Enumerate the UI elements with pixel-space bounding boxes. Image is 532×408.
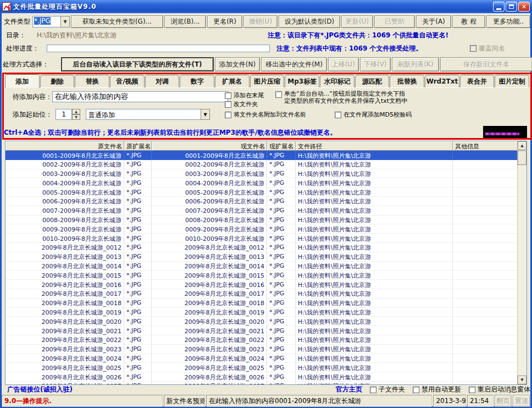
table-row[interactable]: 2009年8月北京长城游_0018*.JPG2009年8月北京长城游_0018*… bbox=[5, 299, 518, 308]
checkbox-md5-suffix[interactable]: 在文件尾添加MD5校验码 bbox=[335, 111, 412, 119]
tab-6[interactable]: 数字 bbox=[180, 75, 214, 87]
table-row[interactable]: 2009年8月北京长城游_0025*.JPG2009年8月北京长城游_0025*… bbox=[5, 363, 518, 372]
maximize-button[interactable] bbox=[506, 2, 517, 12]
column-header-new-name[interactable]: 现文件名 bbox=[152, 141, 267, 151]
tab-4[interactable]: 音/视频 bbox=[110, 75, 145, 87]
checkbox-disable-auto-update[interactable]: 禁用自动更新 bbox=[413, 385, 461, 394]
table-row[interactable]: 2009年8月北京长城游_0024*.JPG2009年8月北京长城游_0024*… bbox=[5, 354, 518, 363]
tab-15[interactable]: 图片定制 bbox=[495, 75, 529, 87]
chevron-down-icon[interactable]: ▼ bbox=[201, 109, 210, 120]
official-home-link[interactable]: 官方主页 bbox=[336, 385, 362, 394]
toolbar-button[interactable]: 设为默认类型(D) bbox=[279, 15, 340, 28]
tab-11[interactable]: 源匹配 bbox=[355, 75, 390, 87]
table-row[interactable]: 2009年8月北京长城游_0012*.JPG2009年8月北京长城游_0012*… bbox=[5, 243, 518, 252]
checkbox-subfolder[interactable]: 子文件夹 bbox=[370, 385, 405, 394]
tab-5[interactable]: 对调 bbox=[145, 75, 180, 87]
table-cell: 2009年8月北京长城游_0013 bbox=[5, 252, 124, 261]
toolbar-button[interactable]: 关于(A) bbox=[416, 15, 451, 28]
title-bar[interactable]: 文件批量处理百宝箱V9.0 ✕ bbox=[0, 0, 532, 13]
checkbox-folder-name-prefix[interactable]: 将文件夹名附加到文件名前 bbox=[225, 111, 306, 119]
table-row[interactable]: 0005-2009年8月北京长城游*.JPG0005-2009年8月北京长城游*… bbox=[5, 188, 518, 197]
table-row[interactable]: 0007-2009年8月北京长城游*.JPG0007-2009年8月北京长城游*… bbox=[5, 206, 518, 216]
table-row[interactable]: 2009年8月北京长城游_0017*.JPG2009年8月北京长城游_0017*… bbox=[5, 289, 518, 299]
add-content-input[interactable] bbox=[52, 91, 228, 102]
checkbox-change-folder[interactable]: 改文件夹 bbox=[225, 100, 258, 108]
toolbar-button[interactable]: 教 程 bbox=[452, 15, 485, 28]
column-header-new-ext[interactable]: 现扩展名 bbox=[267, 141, 296, 151]
table-row[interactable]: 0003-2009年8月北京长城游*.JPG0003-2009年8月北京长城游*… bbox=[5, 169, 518, 179]
tab-10[interactable]: 水印标记 bbox=[320, 75, 354, 87]
table-cell bbox=[453, 224, 518, 233]
table-cell: 0001-2009年8月北京长城游 bbox=[152, 151, 267, 159]
tab-2[interactable]: 删除 bbox=[40, 75, 75, 87]
table-row[interactable]: 2009年8月北京长城游_0021*.JPG2009年8月北京长城游_0021*… bbox=[5, 326, 518, 335]
toolbar-button[interactable]: 已赞助 bbox=[374, 15, 415, 28]
table-row[interactable]: 0004-2009年8月北京长城游*.JPG0004-2009年8月北京长城游*… bbox=[5, 178, 518, 188]
table-row[interactable]: 2009年8月北京长城游_0023*.JPG2009年8月北京长城游_0023*… bbox=[5, 345, 518, 354]
tab-13[interactable]: Wrd2Txt bbox=[425, 75, 459, 87]
tab-9[interactable]: Mp3标签 bbox=[285, 75, 319, 87]
ad-box[interactable] bbox=[483, 126, 527, 138]
tab-7[interactable]: 扩展名 bbox=[215, 75, 250, 87]
table-row[interactable]: 0008-2009年8月北京长城游*.JPG0008-2009年8月北京长城游*… bbox=[5, 216, 518, 225]
table-row[interactable]: 2009年8月北京长城游_0016*.JPG2009年8月北京长城游_0016*… bbox=[5, 280, 518, 289]
mode-button[interactable]: 上移(U) bbox=[328, 57, 359, 71]
table-row[interactable]: 0009-2009年8月北京长城游*.JPG0009-2009年8月北京长城游*… bbox=[5, 224, 518, 234]
mode-button[interactable]: 刷新列表(K) bbox=[392, 57, 439, 71]
status-time: 21:54 bbox=[467, 395, 494, 407]
start-position-stepper[interactable]: 1 ▲▼ bbox=[56, 109, 80, 120]
table-row[interactable]: 2009年8月北京长城游_0015*.JPG2009年8月北京长城游_0015*… bbox=[5, 271, 518, 280]
table-row[interactable]: 2009年8月北京长城游_0026*.JPG2009年8月北京长城游_0026*… bbox=[5, 372, 518, 382]
column-header-orig-ext[interactable]: 原扩展名 bbox=[124, 141, 152, 151]
mode-button[interactable]: 后台自动读入该目录下该类型的所有文件(T) bbox=[61, 57, 214, 71]
scroll-up-icon[interactable]: ▲ bbox=[518, 141, 527, 150]
tab-12[interactable]: 批替换 bbox=[390, 75, 424, 87]
spin-down-icon[interactable]: ▼ bbox=[72, 114, 80, 120]
table-row[interactable]: 0010-2009年8月北京长城游*.JPG0010-2009年8月北京长城游*… bbox=[5, 234, 518, 243]
mode-button[interactable]: 下移(V) bbox=[360, 57, 391, 71]
page-button[interactable]: 翻页 bbox=[495, 395, 512, 407]
vertical-scrollbar[interactable]: ▲ ▼ bbox=[517, 141, 527, 384]
toolbar-button[interactable]: 更名(R) bbox=[207, 15, 242, 28]
scroll-thumb[interactable] bbox=[518, 151, 527, 165]
table-cell: 2009年8月北京长城游_0024 bbox=[152, 354, 267, 363]
checkbox-overwrite-same-name[interactable]: 覆盖同名 bbox=[470, 44, 530, 53]
table-row[interactable]: 2009年8月北京长城游_0027*.JPG2009年8月北京长城游_0027*… bbox=[5, 382, 518, 384]
add-mode-combobox[interactable]: 普通添加 ▼ bbox=[86, 109, 210, 120]
chevron-down-icon[interactable]: ▼ bbox=[60, 16, 70, 27]
column-header-other[interactable]: 其他信息 bbox=[453, 141, 518, 151]
mode-button[interactable]: 移出选中的文件(M) bbox=[261, 57, 327, 71]
toolbar-button[interactable]: 撤销(U) bbox=[243, 15, 278, 28]
tab-14[interactable]: 表合并 bbox=[460, 75, 495, 87]
ad-slot-link[interactable]: 广告链接位(诚招入驻) bbox=[7, 385, 73, 394]
toolbar-button[interactable]: 更新(U) bbox=[341, 15, 373, 28]
table-row[interactable]: 2009年8月北京长城游_0014*.JPG2009年8月北京长城游_0014*… bbox=[5, 262, 518, 271]
file-type-combobox[interactable]: *.JPG ▼ bbox=[32, 16, 70, 27]
mode-button[interactable]: 保存新旧文件名 bbox=[440, 57, 532, 71]
column-header-orig-name[interactable]: 原文件名 bbox=[5, 141, 124, 151]
table-row[interactable]: 0001-2009年8月北京长城游*.JPG0001-2009年8月北京长城游*… bbox=[5, 151, 518, 160]
tab-1[interactable]: 添加 bbox=[5, 74, 40, 88]
scroll-down-icon[interactable]: ▼ bbox=[518, 376, 527, 384]
table-row[interactable]: 2009年8月北京长城游_0020*.JPG2009年8月北京长城游_0020*… bbox=[5, 317, 518, 326]
toolbar-button[interactable]: 浏览(B)... bbox=[164, 15, 206, 28]
stay-on-top-button[interactable]: 置顶 bbox=[513, 395, 530, 407]
tab-8[interactable]: 图片压缩 bbox=[250, 75, 285, 87]
table-row[interactable]: 0002-2009年8月北京长城游*.JPG0002-2009年8月北京长城游*… bbox=[5, 160, 518, 169]
mode-button[interactable]: 添加文件(N) bbox=[215, 57, 260, 71]
spin-up-icon[interactable]: ▲ bbox=[72, 109, 80, 114]
close-button[interactable]: ✕ bbox=[518, 2, 530, 12]
table-row[interactable]: 2009年8月北京长城游_0022*.JPG2009年8月北京长城游_0022*… bbox=[5, 335, 518, 345]
start-position-value[interactable]: 1 bbox=[56, 109, 72, 120]
table-row[interactable]: 0006-2009年8月北京长城游*.JPG0006-2009年8月北京长城游*… bbox=[5, 197, 518, 206]
toolbar-button[interactable]: 更多功能.. bbox=[486, 15, 530, 28]
table-row[interactable]: 2009年8月北京长城游_0013*.JPG2009年8月北京长城游_0013*… bbox=[5, 252, 518, 262]
toolbar-button[interactable]: 获取未知文件类型(G)... bbox=[71, 15, 163, 28]
checkbox-append-at-end[interactable]: 添加在末尾 bbox=[225, 91, 264, 100]
minimize-button[interactable] bbox=[493, 2, 505, 12]
checkbox-restart-message-window[interactable]: 重启启动消息窗体 bbox=[469, 385, 530, 394]
checkbox-extract-filenames[interactable]: 单击“后台自动...”按钮后提取指定文件夹下指 定类型的所有文件的文件名并保存入… bbox=[275, 90, 407, 104]
column-header-path[interactable]: 文件路径 bbox=[296, 141, 453, 151]
table-row[interactable]: 2009年8月北京长城游_0019*.JPG2009年8月北京长城游_0019*… bbox=[5, 308, 518, 317]
tab-3[interactable]: 替换 bbox=[75, 75, 109, 87]
